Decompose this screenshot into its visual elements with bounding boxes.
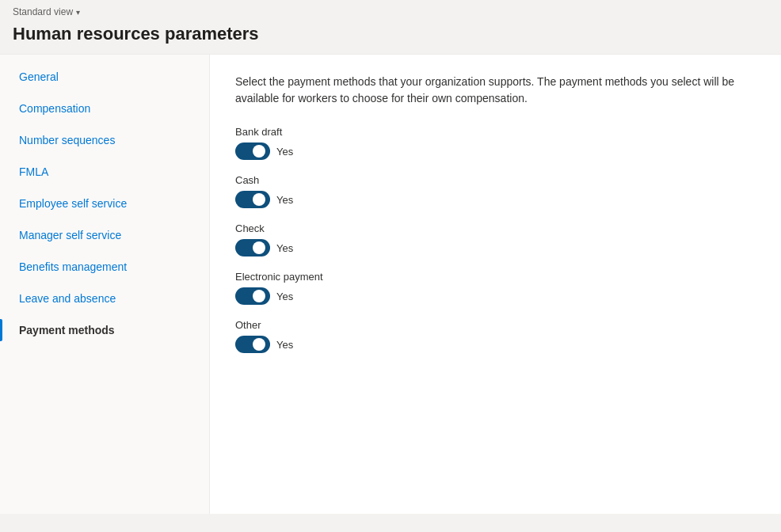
standard-view-dropdown[interactable]: Standard view ▾	[13, 6, 80, 17]
payment-method-label-check: Check	[235, 222, 756, 234]
content-area: Select the payment methods that your org…	[210, 55, 781, 514]
toggle-row-check: Yes	[235, 239, 756, 256]
toggle-row-cash: Yes	[235, 191, 756, 208]
chevron-down-icon: ▾	[76, 8, 80, 17]
top-bar: Standard view ▾	[0, 0, 781, 21]
sidebar-item-manager-self-service[interactable]: Manager self service	[0, 219, 209, 251]
toggle-electronic-payment[interactable]	[235, 287, 270, 305]
payment-methods-list: Bank draftYesCashYesCheckYesElectronic p…	[235, 126, 756, 353]
payment-method-label-cash: Cash	[235, 174, 756, 186]
toggle-yes-label-electronic-payment: Yes	[276, 291, 293, 302]
main-content: GeneralCompensationNumber sequencesFMLAE…	[0, 54, 781, 514]
toggle-yes-label-check: Yes	[276, 242, 293, 254]
toggle-yes-label-cash: Yes	[276, 194, 293, 206]
sidebar-item-number-sequences[interactable]: Number sequences	[0, 124, 209, 156]
toggle-check[interactable]	[235, 239, 270, 256]
toggle-row-electronic-payment: Yes	[235, 287, 756, 305]
page-title: Human resources parameters	[0, 21, 781, 54]
payment-method-label-bank-draft: Bank draft	[235, 126, 756, 138]
sidebar-item-leave-and-absence[interactable]: Leave and absence	[0, 283, 209, 314]
toggle-other[interactable]	[235, 336, 270, 353]
sidebar-item-benefits-management[interactable]: Benefits management	[0, 251, 209, 283]
toggle-cash[interactable]	[235, 191, 270, 208]
toggle-yes-label-bank-draft: Yes	[276, 146, 293, 158]
payment-method-electronic-payment: Electronic paymentYes	[235, 271, 756, 305]
payment-method-bank-draft: Bank draftYes	[235, 126, 756, 160]
sidebar-item-employee-self-service[interactable]: Employee self service	[0, 188, 209, 219]
sidebar: GeneralCompensationNumber sequencesFMLAE…	[0, 55, 210, 514]
sidebar-item-fmla[interactable]: FMLA	[0, 156, 209, 188]
description-text: Select the payment methods that your org…	[235, 74, 756, 107]
sidebar-item-general[interactable]: General	[0, 61, 209, 93]
payment-method-other: OtherYes	[235, 319, 756, 353]
payment-method-check: CheckYes	[235, 222, 756, 256]
sidebar-item-compensation[interactable]: Compensation	[0, 93, 209, 124]
payment-method-label-electronic-payment: Electronic payment	[235, 271, 756, 283]
toggle-row-bank-draft: Yes	[235, 142, 756, 160]
payment-method-label-other: Other	[235, 319, 756, 331]
sidebar-item-payment-methods[interactable]: Payment methods	[0, 314, 209, 346]
app-container: Standard view ▾ Human resources paramete…	[0, 0, 781, 532]
toggle-bank-draft[interactable]	[235, 142, 270, 160]
standard-view-label: Standard view	[13, 6, 73, 17]
toggle-yes-label-other: Yes	[276, 339, 293, 351]
payment-method-cash: CashYes	[235, 174, 756, 208]
toggle-row-other: Yes	[235, 336, 756, 353]
